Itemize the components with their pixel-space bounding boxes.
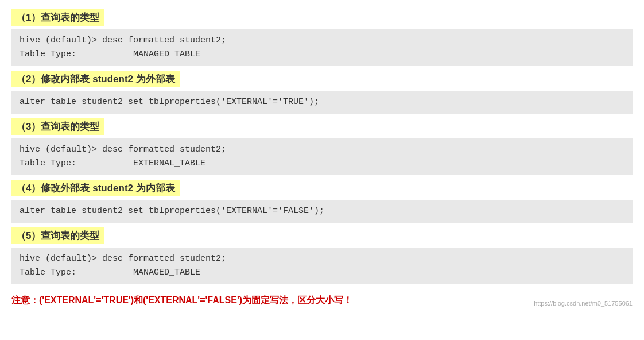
heading-2: （2）修改内部表 student2 为外部表	[11, 71, 180, 87]
heading-5: （5）查询表的类型	[11, 227, 104, 244]
heading-4: （4）修改外部表 student2 为内部表	[11, 180, 180, 196]
page-container: （1）查询表的类型 hive (default)> desc formatted…	[11, 9, 633, 307]
note-text: 注意：('EXTERNAL'='TRUE')和('EXTERNAL'='FALS…	[11, 295, 352, 307]
section-4: （4）修改外部表 student2 为内部表 alter table stude…	[11, 180, 633, 223]
code-block-4: alter table student2 set tblproperties('…	[11, 200, 633, 223]
heading-1: （1）查询表的类型	[11, 9, 104, 26]
section-2: （2）修改内部表 student2 为外部表 alter table stude…	[11, 71, 633, 114]
code-block-1: hive (default)> desc formatted student2;…	[11, 29, 633, 66]
code-block-2: alter table student2 set tblproperties('…	[11, 91, 633, 114]
section-5: （5）查询表的类型 hive (default)> desc formatted…	[11, 227, 633, 284]
section-1: （1）查询表的类型 hive (default)> desc formatted…	[11, 9, 633, 66]
section-3: （3）查询表的类型 hive (default)> desc formatted…	[11, 118, 633, 175]
note-container: 注意：('EXTERNAL'='TRUE')和('EXTERNAL'='FALS…	[11, 289, 633, 307]
watermark: https://blog.csdn.net/m0_51755061	[534, 300, 633, 307]
code-block-5: hive (default)> desc formatted student2;…	[11, 248, 633, 284]
code-block-3: hive (default)> desc formatted student2;…	[11, 138, 633, 175]
heading-3: （3）查询表的类型	[11, 118, 104, 135]
